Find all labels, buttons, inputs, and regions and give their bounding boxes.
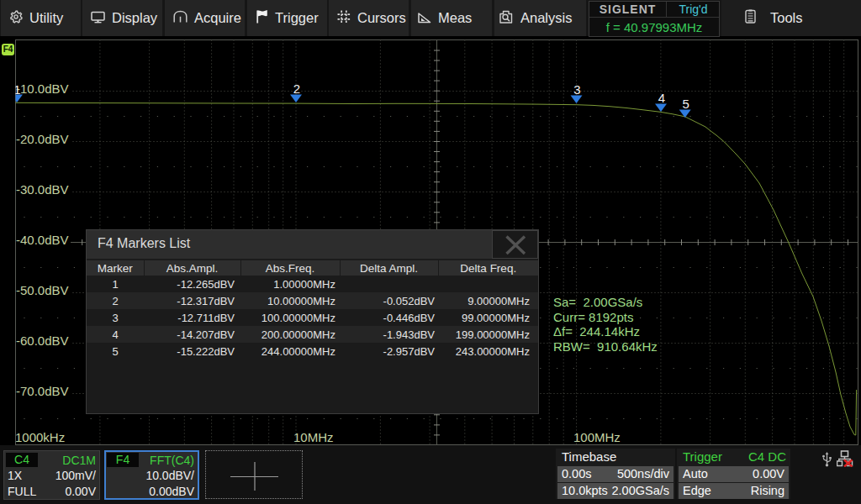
svg-text:1: 1	[13, 82, 20, 97]
svg-text:2: 2	[293, 81, 300, 96]
svg-text:3: 3	[573, 82, 580, 97]
svg-text:4: 4	[658, 91, 665, 105]
svg-text:5: 5	[683, 97, 689, 111]
